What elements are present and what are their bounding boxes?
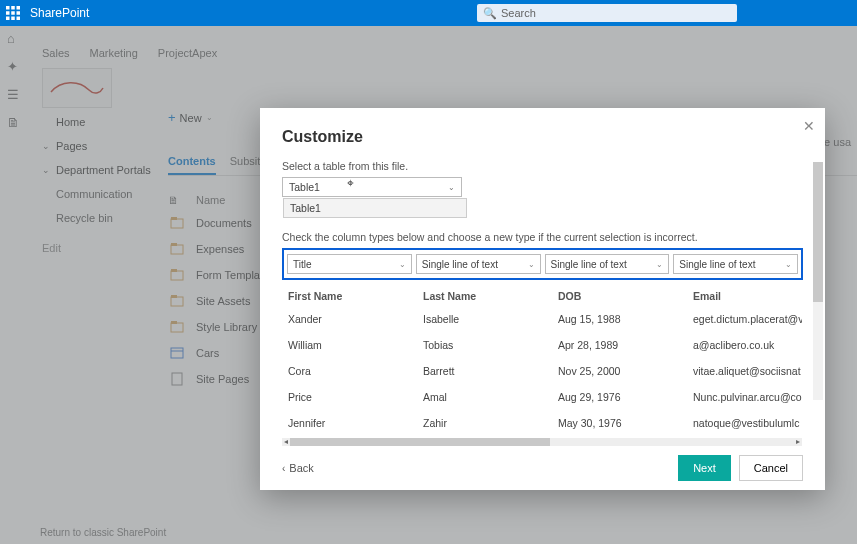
- chevron-down-icon: ⌄: [656, 260, 663, 269]
- column-header: DOB: [552, 286, 687, 306]
- cursor-icon: ⌖: [347, 176, 354, 190]
- back-button-label: Back: [289, 462, 313, 474]
- cancel-button[interactable]: Cancel: [739, 455, 803, 481]
- horizontal-scrollbar[interactable]: ◂ ▸: [282, 438, 802, 446]
- column-type-row: Title⌄ Single line of text⌄ Single line …: [282, 248, 803, 280]
- cell: Xander: [282, 306, 417, 332]
- svg-rect-4: [11, 11, 15, 15]
- column-header: Last Name: [417, 286, 552, 306]
- column-type-value: Title: [293, 259, 312, 270]
- scroll-right-icon[interactable]: ▸: [796, 437, 800, 446]
- app-name: SharePoint: [30, 6, 89, 20]
- cell: May 30, 1976: [552, 410, 687, 436]
- table-row: JenniferZahirMay 30, 1976natoque@vestibu…: [282, 410, 802, 436]
- svg-rect-5: [17, 11, 21, 15]
- column-header: Email: [687, 286, 802, 306]
- cell: a@aclibero.co.uk: [687, 332, 802, 358]
- cell: Aug 15, 1988: [552, 306, 687, 332]
- table-select-option[interactable]: Table1: [283, 198, 467, 218]
- table-row: PriceAmalAug 29, 1976Nunc.pulvinar.arcu@…: [282, 384, 802, 410]
- vertical-scrollbar-thumb[interactable]: [813, 162, 823, 302]
- preview-data-grid: First Name Last Name DOB Email XanderIsa…: [282, 286, 802, 446]
- cell: William: [282, 332, 417, 358]
- cell: eget.dictum.placerat@v: [687, 306, 802, 332]
- cell: Apr 28, 1989: [552, 332, 687, 358]
- svg-rect-8: [17, 17, 21, 21]
- column-type-value: Single line of text: [679, 259, 755, 270]
- cell: vitae.aliquet@sociisnat: [687, 358, 802, 384]
- svg-rect-6: [6, 17, 10, 21]
- cancel-button-label: Cancel: [754, 462, 788, 474]
- cell: Cora: [282, 358, 417, 384]
- search-input[interactable]: 🔍 Search: [477, 4, 737, 22]
- modal-title: Customize: [282, 128, 803, 146]
- chevron-down-icon: ⌄: [785, 260, 792, 269]
- next-button[interactable]: Next: [678, 455, 731, 481]
- search-placeholder: Search: [501, 7, 536, 19]
- svg-rect-3: [6, 11, 10, 15]
- scroll-left-icon[interactable]: ◂: [284, 437, 288, 446]
- cell: Barrett: [417, 358, 552, 384]
- cell: Nunc.pulvinar.arcu@co: [687, 384, 802, 410]
- chevron-down-icon: ⌄: [448, 183, 455, 192]
- column-type-value: Single line of text: [422, 259, 498, 270]
- next-button-label: Next: [693, 462, 716, 474]
- column-header: First Name: [282, 286, 417, 306]
- modal-footer: ‹ Back Next Cancel: [260, 446, 825, 490]
- table-row: XanderIsabelleAug 15, 1988eget.dictum.pl…: [282, 306, 802, 332]
- svg-rect-7: [11, 17, 15, 21]
- customize-modal: ✕ Customize Select a table from this fil…: [260, 108, 825, 490]
- app-launcher-icon[interactable]: [0, 0, 26, 26]
- table-select-value: Table1: [289, 181, 320, 193]
- cell: Nov 25, 2000: [552, 358, 687, 384]
- column-type-select[interactable]: Single line of text⌄: [545, 254, 670, 274]
- column-type-select[interactable]: Single line of text⌄: [416, 254, 541, 274]
- column-type-select[interactable]: Single line of text⌄: [673, 254, 798, 274]
- horizontal-scrollbar-thumb[interactable]: [290, 438, 550, 446]
- svg-rect-1: [11, 6, 15, 10]
- cell: Price: [282, 384, 417, 410]
- table-row: CoraBarrettNov 25, 2000vitae.aliquet@soc…: [282, 358, 802, 384]
- search-icon: 🔍: [483, 7, 497, 20]
- svg-rect-2: [17, 6, 21, 10]
- suite-bar: SharePoint 🔍 Search: [0, 0, 857, 26]
- column-type-value: Single line of text: [551, 259, 627, 270]
- svg-rect-0: [6, 6, 10, 10]
- close-icon[interactable]: ✕: [803, 118, 815, 134]
- chevron-down-icon: ⌄: [399, 260, 406, 269]
- cell: Jennifer: [282, 410, 417, 436]
- cell: Zahir: [417, 410, 552, 436]
- table-row: WilliamTobiasApr 28, 1989a@aclibero.co.u…: [282, 332, 802, 358]
- select-table-label: Select a table from this file.: [282, 160, 803, 172]
- back-button[interactable]: ‹ Back: [282, 462, 314, 474]
- cell: Aug 29, 1976: [552, 384, 687, 410]
- cell: natoque@vestibulumlc: [687, 410, 802, 436]
- cell: Tobias: [417, 332, 552, 358]
- cell: Amal: [417, 384, 552, 410]
- chevron-left-icon: ‹: [282, 463, 285, 474]
- table-select[interactable]: Table1 ⌄ ⌖ Table1: [282, 177, 462, 197]
- table-select-option-label: Table1: [290, 202, 321, 214]
- cell: Isabelle: [417, 306, 552, 332]
- chevron-down-icon: ⌄: [528, 260, 535, 269]
- column-type-hint: Check the column types below and choose …: [282, 231, 803, 243]
- table-header-row: First Name Last Name DOB Email: [282, 286, 802, 306]
- column-type-select[interactable]: Title⌄: [287, 254, 412, 274]
